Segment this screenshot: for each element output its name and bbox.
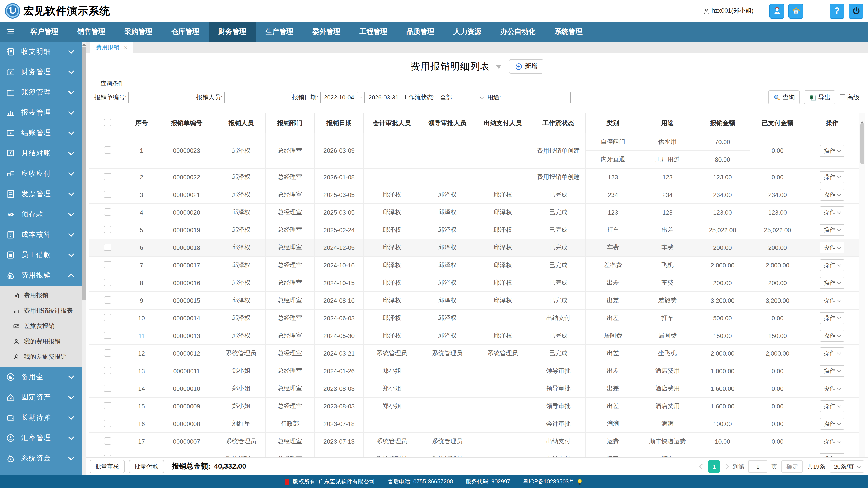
date-to-input[interactable] <box>365 92 403 103</box>
sidebar-item[interactable]: ¥汇率管理 <box>0 428 82 448</box>
page-size-select[interactable]: 20条/页 <box>830 460 864 473</box>
row-action-button[interactable]: 操作 <box>819 189 844 201</box>
goto-page-input[interactable] <box>748 460 767 473</box>
nav-item-4[interactable]: 仓库管理 <box>162 22 209 41</box>
sidebar-subitem[interactable]: 我的差旅费报销 <box>0 349 82 365</box>
nav-item-12[interactable]: 系统管理 <box>545 22 592 41</box>
row-checkbox[interactable] <box>104 147 112 154</box>
row-checkbox[interactable] <box>104 384 112 392</box>
help-button[interactable]: ? <box>830 3 844 18</box>
nav-item-10[interactable]: 人力资源 <box>444 22 491 41</box>
row-action-button[interactable]: 操作 <box>819 330 844 341</box>
sidebar-item[interactable]: ¥预存款 <box>0 204 82 225</box>
sidebar-item[interactable]: 报表管理 <box>0 103 82 123</box>
row-checkbox[interactable] <box>104 261 112 268</box>
nav-item-3[interactable]: 采购管理 <box>115 22 162 41</box>
row-action-button[interactable]: 操作 <box>819 145 844 157</box>
row-checkbox[interactable] <box>104 226 112 233</box>
next-page-icon[interactable] <box>723 464 729 469</box>
select-all-checkbox[interactable] <box>104 119 112 126</box>
sidebar-subitem[interactable]: 差旅费报销 <box>0 319 82 334</box>
row-checkbox[interactable] <box>104 420 112 427</box>
row-action-button[interactable]: 操作 <box>819 383 844 394</box>
search-button[interactable]: 查询 <box>768 90 800 104</box>
sidebar-subitem[interactable]: 我的费用报销 <box>0 334 82 349</box>
row-action-button[interactable]: 操作 <box>819 348 844 359</box>
row-checkbox[interactable] <box>104 279 112 286</box>
tab-close-icon[interactable]: × <box>124 44 127 51</box>
sidebar-item[interactable]: ¥系统资金 <box>0 448 82 468</box>
sidebar-subitem[interactable]: 费费用报销 <box>0 288 82 303</box>
prev-page-icon[interactable] <box>699 464 705 469</box>
sidebar-item[interactable]: ¥结账管理 <box>0 123 82 143</box>
sidebar-item[interactable]: 借员工借款 <box>0 245 82 265</box>
export-button[interactable]: X 导出 <box>804 90 835 104</box>
row-checkbox[interactable] <box>104 455 112 457</box>
nav-item-6[interactable]: 生产管理 <box>256 22 303 41</box>
sidebar-item[interactable]: 长期待摊 <box>0 408 82 428</box>
order-no-input[interactable] <box>129 92 196 103</box>
workflow-status-select[interactable]: 全部 <box>436 92 487 103</box>
sidebar-item[interactable]: ¥收支明细 <box>0 41 82 62</box>
nav-item-2[interactable]: 销售管理 <box>68 22 115 41</box>
row-checkbox[interactable] <box>104 402 112 409</box>
advanced-checkbox[interactable] <box>839 94 845 100</box>
row-action-button[interactable]: 操作 <box>819 295 844 306</box>
row-action-button[interactable]: 操作 <box>819 224 844 236</box>
sidebar-item[interactable]: ¥月结对账 <box>0 143 82 164</box>
row-action-button[interactable]: 操作 <box>819 418 844 430</box>
row-checkbox[interactable] <box>104 331 112 339</box>
confirm-page-button[interactable]: 确定 <box>781 460 803 473</box>
collapse-sidebar-button[interactable] <box>0 22 21 41</box>
row-action-button[interactable]: 操作 <box>819 259 844 271</box>
sidebar-scrollbar[interactable] <box>82 41 86 475</box>
batch-audit-button[interactable]: 批量审核 <box>90 460 125 473</box>
nav-item-9[interactable]: 品质管理 <box>397 22 444 41</box>
sidebar-item[interactable]: ¥固定资产 <box>0 387 82 408</box>
sidebar-item[interactable]: 备备用金 <box>0 367 82 387</box>
nav-item-5[interactable]: 财务管理 <box>209 22 256 41</box>
row-action-button[interactable]: 操作 <box>819 277 844 289</box>
row-checkbox[interactable] <box>104 296 112 303</box>
row-checkbox[interactable] <box>104 367 112 374</box>
table-scrollbar[interactable] <box>860 113 865 457</box>
sidebar-item[interactable]: 应收应付 <box>0 164 82 184</box>
purpose-input[interactable] <box>503 92 571 103</box>
add-button[interactable]: 新增 <box>509 59 544 74</box>
row-checkbox[interactable] <box>104 437 112 445</box>
row-checkbox[interactable] <box>104 349 112 356</box>
sidebar-item[interactable]: ¥财务管理 <box>0 62 82 82</box>
table-scroll-thumb[interactable] <box>860 123 864 164</box>
row-action-button[interactable]: 操作 <box>819 206 844 218</box>
row-checkbox[interactable] <box>104 191 112 198</box>
sidebar-item[interactable]: 发票管理 <box>0 184 82 204</box>
title-caret-icon[interactable] <box>495 64 502 68</box>
date-from-input[interactable] <box>320 92 358 103</box>
row-action-button[interactable]: 操作 <box>819 242 844 254</box>
nav-item-8[interactable]: 工程管理 <box>350 22 397 41</box>
table-scroll-up-icon[interactable] <box>860 113 864 122</box>
scroll-up-arrow-icon[interactable] <box>82 41 86 47</box>
profile-button[interactable] <box>770 3 784 18</box>
row-checkbox[interactable] <box>104 208 112 215</box>
row-action-button[interactable]: 操作 <box>819 400 844 412</box>
tab-expense-reimburse[interactable]: 费用报销 × <box>90 41 133 53</box>
row-action-button[interactable]: 操作 <box>819 453 844 457</box>
person-input[interactable] <box>224 92 292 103</box>
sidebar-item[interactable]: 票据管理 <box>0 468 82 475</box>
sidebar-item[interactable]: 报费用报销 <box>0 265 82 286</box>
batch-pay-button[interactable]: 批量付款 <box>129 460 164 473</box>
row-checkbox[interactable] <box>104 173 112 180</box>
current-page-button[interactable]: 1 <box>708 460 720 473</box>
nav-item-7[interactable]: 委外管理 <box>303 22 350 41</box>
row-action-button[interactable]: 操作 <box>819 435 844 447</box>
logout-button[interactable] <box>848 3 864 18</box>
nav-item-1[interactable]: 客户管理 <box>21 22 68 41</box>
row-action-button[interactable]: 操作 <box>819 365 844 377</box>
sidebar-item[interactable]: 账簿管理 <box>0 82 82 103</box>
row-action-button[interactable]: 操作 <box>819 171 844 183</box>
sidebar-item[interactable]: 成本核算 <box>0 225 82 245</box>
row-checkbox[interactable] <box>104 243 112 251</box>
nav-item-11[interactable]: 办公自动化 <box>491 22 545 41</box>
row-action-button[interactable]: 操作 <box>819 312 844 324</box>
